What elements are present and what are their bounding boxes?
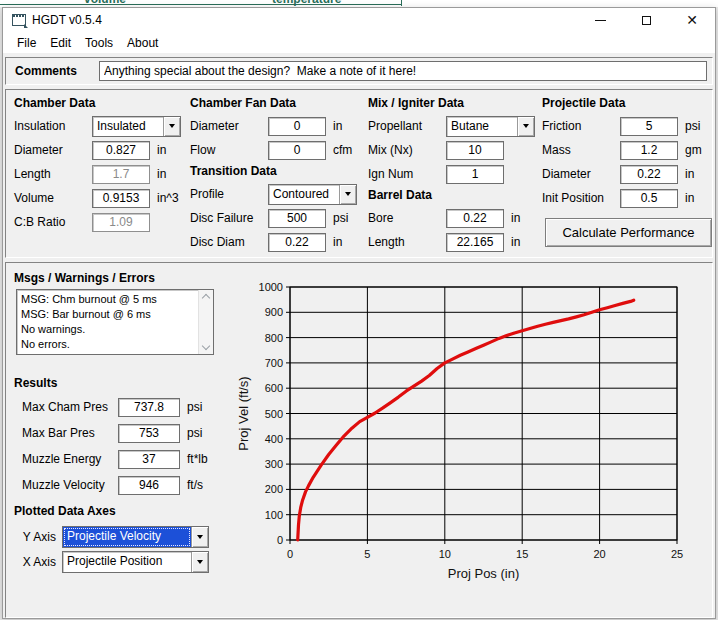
muzzle-energy-field[interactable] [118, 450, 180, 469]
propellant-selected-value: Butane [447, 117, 517, 136]
profile-row: ProfileContoured [190, 182, 366, 206]
message-line: MSG: Chm burnout @ 5 ms [21, 292, 197, 307]
message-line: No warnings. [21, 322, 197, 337]
y-tick-label: 900 [265, 306, 283, 318]
length-field[interactable] [446, 233, 504, 252]
combo-dropdown-button[interactable] [339, 185, 356, 204]
max-bar-pres-field[interactable] [118, 424, 180, 443]
maximize-button[interactable] [623, 8, 669, 32]
volume-unit: in^3 [157, 191, 179, 205]
velocity-curve [298, 300, 634, 540]
muzzle-velocity-row: Muzzle Velocityft/s [22, 472, 232, 498]
combo-dropdown-button[interactable] [191, 552, 208, 572]
output-panel: Msgs / Warnings / Errors MSG: Chm burnou… [5, 262, 713, 618]
combo-dropdown-button[interactable] [191, 527, 208, 547]
x-axis-label: X Axis [20, 555, 56, 569]
volume-label: Volume [14, 191, 92, 205]
length-label: Length [14, 167, 92, 181]
scroll-down-icon[interactable] [202, 342, 210, 350]
maximize-icon [642, 16, 651, 25]
muzzle-velocity-field[interactable] [118, 476, 180, 495]
messages-scrollbar[interactable] [198, 290, 213, 354]
menu-item-tools[interactable]: Tools [78, 34, 120, 52]
disc-failure-label: Disc Failure [190, 211, 268, 225]
muzzle-energy-label: Muzzle Energy [22, 452, 118, 466]
x-axis-title: Proj Pos (in) [448, 566, 520, 581]
comments-input[interactable] [99, 61, 707, 81]
disc-diam-field[interactable] [268, 233, 326, 252]
bg-table-line [401, 0, 402, 6]
y-tick-label: 800 [265, 332, 283, 344]
diameter-field[interactable] [92, 141, 150, 160]
x-tick-label: 25 [671, 548, 683, 560]
chamber-fan-column: Chamber Fan Data DiameterinFlowcfm Trans… [190, 94, 366, 254]
flow-field[interactable] [268, 141, 326, 160]
scroll-up-icon[interactable] [202, 294, 210, 302]
message-line: No errors. [21, 337, 197, 352]
max-cham-pres-field[interactable] [118, 398, 180, 417]
diameter-row: Diameterin [190, 114, 366, 138]
bore-field[interactable] [446, 209, 504, 228]
disc-diam-label: Disc Diam [190, 235, 268, 249]
propellant-combo[interactable]: Butane [446, 116, 535, 137]
close-icon: ✕ [686, 13, 698, 27]
plotted-axes-header: Plotted Data Axes [14, 504, 116, 518]
section-header: Mix / Igniter Data [368, 94, 544, 114]
section-header: Transition Data [190, 162, 366, 182]
menu-item-edit[interactable]: Edit [43, 34, 78, 52]
disc-failure-row: Disc Failurepsi [190, 206, 366, 230]
calculate-performance-button[interactable]: Calculate Performance [545, 218, 712, 247]
disc-failure-unit: psi [333, 211, 348, 225]
diameter-field[interactable] [620, 165, 678, 184]
x-axis-combo[interactable]: Projectile Position [62, 551, 209, 573]
menu-item-file[interactable]: File [10, 34, 43, 52]
propellant-label: Propellant [368, 119, 446, 133]
friction-unit: psi [685, 119, 700, 133]
section-header: Chamber Data [14, 94, 190, 114]
mass-field[interactable] [620, 141, 678, 160]
diameter-label: Diameter [190, 119, 268, 133]
titlebar[interactable]: HGDT v0.5.4 ✕ [3, 8, 715, 32]
y-tick-label: 300 [265, 458, 283, 470]
max-cham-pres-row: Max Cham Prespsi [22, 394, 232, 420]
c-b-ratio-field [92, 213, 150, 232]
message-line: MSG: Bar burnout @ 6 ms [21, 307, 197, 322]
menu-bar: FileEditToolsAbout [3, 32, 715, 53]
chevron-down-icon [345, 192, 351, 196]
menu-item-about[interactable]: About [120, 34, 165, 52]
insulation-selected-value: Insulated [93, 117, 163, 136]
diameter-field[interactable] [268, 117, 326, 136]
section-header: Barrel Data [368, 186, 544, 206]
combo-dropdown-button[interactable] [163, 117, 180, 136]
muzzle-energy-unit: ft*lb [187, 452, 208, 466]
y-axis-combo[interactable]: Projectile Velocity [62, 526, 209, 548]
diameter-unit: in [157, 143, 166, 157]
app-window: HGDT v0.5.4 ✕ FileEditToolsAbout Comment… [2, 7, 716, 619]
ign-num-row: Ign Num [368, 162, 544, 186]
y-tick-label: 700 [265, 357, 283, 369]
combo-dropdown-button[interactable] [517, 117, 534, 136]
chevron-down-icon [169, 124, 175, 128]
length-unit: in [511, 235, 520, 249]
friction-field[interactable] [620, 117, 678, 136]
mix-nx-field[interactable] [446, 141, 504, 160]
ign-num-field[interactable] [446, 165, 504, 184]
flow-row: Flowcfm [190, 138, 366, 162]
insulation-combo[interactable]: Insulated [92, 116, 181, 137]
messages-list[interactable]: MSG: Chm burnout @ 5 msMSG: Bar burnout … [16, 289, 214, 355]
volume-field[interactable] [92, 189, 150, 208]
mass-row: Massgm [542, 138, 714, 162]
y-tick-label: 0 [277, 534, 283, 546]
minimize-button[interactable] [577, 8, 623, 32]
muzzle-energy-row: Muzzle Energyft*lb [22, 446, 232, 472]
x-tick-label: 10 [439, 548, 451, 560]
close-button[interactable]: ✕ [669, 8, 715, 32]
y-axis-label: Y Axis [20, 530, 56, 544]
diameter-row: Diameterin [14, 138, 190, 162]
friction-row: Frictionpsi [542, 114, 714, 138]
profile-combo[interactable]: Contoured [268, 184, 357, 205]
init-position-field[interactable] [620, 189, 678, 208]
comments-label: Comments [15, 64, 77, 78]
disc-failure-field[interactable] [268, 209, 326, 228]
mix-igniter-column: Mix / Igniter Data PropellantButaneMix (… [368, 94, 544, 254]
